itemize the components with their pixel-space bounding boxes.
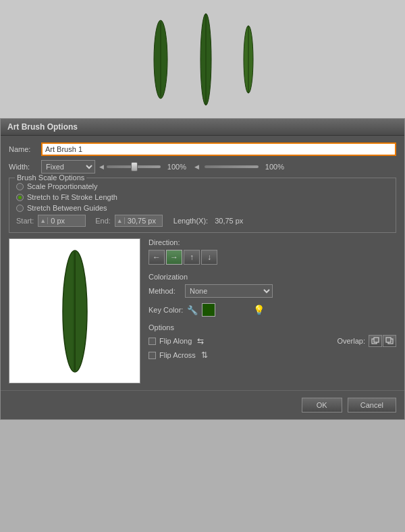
stretch-between-radio[interactable] [16,205,24,212]
light-icon[interactable]: 💡 [253,304,265,315]
direction-label: Direction: [148,238,396,246]
ok-button[interactable]: OK [302,398,342,413]
overlap-icon-1 [371,336,380,346]
options-section: Options Flip Along ⇆ Overlap: [148,323,396,360]
eyedropper-icon[interactable]: 🔧 [187,305,198,315]
stretch-to-fit-row[interactable]: Stretch to Fit Stroke Length [16,193,389,201]
flip-along-icon: ⇆ [197,336,204,346]
scale-proportionately-radio[interactable] [16,183,24,190]
key-color-row: Key Color: 🔧 💡 [148,303,396,317]
leaf-2 [194,9,218,110]
options-panel: Direction: ← → ↑ ↓ Colorization Method: … [148,238,396,383]
width-label: Width: [9,163,41,171]
group-title: Brush Scale Options [15,174,86,182]
stretch-to-fit-radio[interactable] [16,194,24,201]
end-value: 30,75 px [125,217,162,225]
stretch-between-label: Stretch Between Guides [27,204,107,212]
cancel-button[interactable]: Cancel [348,398,396,413]
color-swatch[interactable] [202,303,215,317]
slider2-track[interactable] [205,165,259,168]
name-input[interactable] [41,142,396,156]
slider2-value: 100% [261,163,284,171]
dir-left-btn[interactable]: ← [148,250,165,265]
width-select[interactable]: Fixed [41,160,95,174]
end-input-wrap[interactable]: ▲ 30,75 px [115,215,163,227]
options-label: Options [148,323,396,331]
colorization-label: Colorization [148,273,396,281]
method-row: Method: None [148,284,396,298]
start-input-wrap[interactable]: ▲ 0 px [38,215,86,227]
flip-across-icon: ⇅ [201,350,208,360]
leaf-3 [238,22,259,97]
flip-along-row: Flip Along ⇆ Overlap: [148,335,396,347]
brush-large-preview [9,238,140,383]
flip-across-checkbox[interactable] [148,352,156,359]
start-stepper[interactable]: ▲ [38,217,48,224]
brush-scale-options-group: Brush Scale Options Scale Proportionatel… [9,178,396,233]
stretch-between-row[interactable]: Stretch Between Guides [16,204,389,212]
direction-buttons: ← → ↑ ↓ [148,250,396,265]
dir-up-btn[interactable]: ↑ [184,250,200,265]
overlap-buttons [369,335,396,347]
slider2-left-arrow: ◀ [194,163,199,170]
flip-along-checkbox[interactable] [148,338,156,345]
guide-inputs-row: Start: ▲ 0 px End: ▲ 30,75 px Length(X):… [16,215,389,227]
scale-proportionately-label: Scale Proportionately [27,182,98,190]
button-row: OK Cancel [1,390,404,419]
method-select[interactable]: None [185,284,273,298]
svg-rect-12 [386,338,391,342]
overlap-btn-1[interactable] [369,335,382,347]
start-label: Start: [16,217,34,225]
leaf-1 [147,16,174,103]
brush-preview-area [0,0,405,118]
method-label: Method: [148,287,181,295]
flip-across-row: Flip Across ⇅ [148,350,396,360]
scale-proportionately-row[interactable]: Scale Proportionately [16,182,389,190]
flip-across-label: Flip Across [159,351,196,359]
length-label: Length(X): [173,217,208,225]
dir-down-btn[interactable]: ↓ [201,250,217,265]
colorization-section: Colorization Method: None Key Color: 🔧 💡 [148,273,396,317]
overlap-icon-2 [385,336,394,346]
flip-along-label: Flip Along [159,337,192,345]
slider1-track[interactable] [107,165,161,168]
end-label: End: [95,217,111,225]
dir-right-btn[interactable]: → [166,250,182,265]
slider1-left-arrow: ◀ [99,163,104,170]
name-label: Name: [9,145,41,153]
dialog-title: Art Brush Options [1,119,404,136]
start-value: 0 px [48,217,85,225]
lower-section: Direction: ← → ↑ ↓ Colorization Method: … [9,238,396,383]
svg-rect-10 [374,338,379,342]
length-value: 30,75 px [215,217,243,225]
end-stepper[interactable]: ▲ [115,217,125,224]
width-slider-container: ◀ 100% ◀ 100% [99,163,396,171]
key-color-label: Key Color: [148,306,183,314]
overlap-label: Overlap: [337,337,365,345]
overlap-btn-2[interactable] [383,335,396,347]
art-brush-options-dialog: Art Brush Options Name: Width: Fixed ◀ 1… [0,118,405,420]
slider1-value: 100% [163,163,186,171]
stretch-to-fit-label: Stretch to Fit Stroke Length [27,193,117,201]
brush-leaf-large [55,244,95,379]
